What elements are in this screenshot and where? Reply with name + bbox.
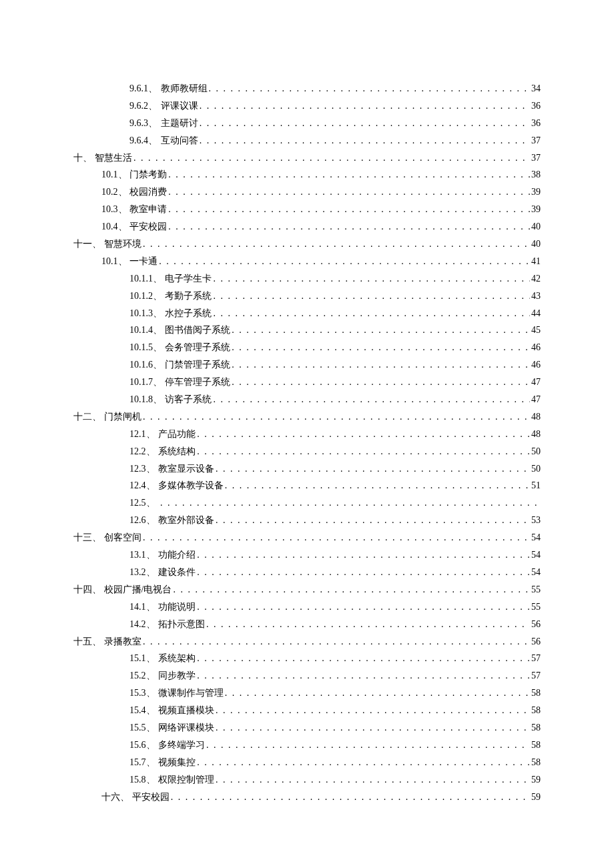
toc-entry-page: 47 (531, 374, 541, 391)
toc-entry: 12.1、产品功能48 (73, 426, 541, 443)
toc-entry-title: 智慧环境 (104, 236, 141, 253)
toc-entry-page: 37 (531, 149, 541, 167)
toc-leader (206, 616, 530, 633)
toc-entry: 10.1.8、访客子系统47 (73, 391, 541, 408)
toc-entry: 15.3、微课制作与管理58 (73, 685, 541, 702)
toc-entry-number: 15.2、 (129, 667, 156, 685)
toc-leader (197, 546, 530, 564)
toc-entry-title: 图书借阅子系统 (165, 322, 230, 339)
toc-entry-number: 十五、 (73, 633, 101, 650)
toc-entry-title: 建设条件 (158, 564, 196, 581)
toc-entry-title: 录播教室 (104, 633, 141, 650)
toc-entry-page: 51 (531, 477, 541, 494)
toc-entry-page: 59 (531, 789, 541, 806)
toc-entry-title: 功能说明 (158, 598, 196, 616)
toc-entry-page: 43 (531, 288, 541, 305)
toc-leader (213, 305, 530, 322)
toc-entry-title: 网络评课模块 (158, 719, 214, 737)
toc-leader (197, 564, 530, 581)
toc-entry: 12.2、系统结构50 (73, 443, 541, 460)
toc-entry-number: 15.5、 (129, 719, 156, 737)
toc-entry-number: 9.6.1、 (129, 80, 158, 97)
toc-entry: 十六、平安校园59 (73, 789, 541, 806)
toc-entry-number: 12.5、 (129, 494, 156, 512)
toc-entry: 十、智慧生活37 (73, 149, 541, 167)
toc-leader (143, 236, 530, 253)
toc-leader (168, 218, 530, 236)
toc-entry-number: 10.4、 (101, 218, 127, 236)
toc-leader (197, 650, 530, 667)
toc-entry-page: 55 (531, 581, 541, 598)
toc-leader (213, 270, 530, 288)
toc-entry-title: 教室外部设备 (158, 512, 214, 529)
toc-leader (216, 702, 530, 719)
toc-leader (200, 132, 530, 149)
toc-entry: 十四、校园广播/电视台55 (73, 581, 541, 598)
toc-entry-title: 教室显示设备 (158, 460, 214, 478)
toc-entry-title: 校园广播/电视台 (104, 581, 172, 598)
toc-entry: 13.1、功能介绍54 (73, 546, 541, 564)
toc-entry: 10.4、平安校园40 (73, 218, 541, 236)
toc-leader (174, 581, 531, 598)
toc-entry-page: 53 (531, 512, 541, 529)
toc-entry-title: 平安校园 (129, 218, 167, 236)
toc-entry-page: 50 (531, 443, 541, 460)
toc-entry-title: 多终端学习 (158, 737, 205, 754)
toc-entry: 15.8、权限控制管理59 (73, 771, 541, 789)
toc-entry-number: 9.6.4、 (129, 132, 158, 149)
toc-entry: 12.6、教室外部设备53 (73, 512, 541, 529)
toc-entry-number: 15.7、 (129, 754, 156, 771)
toc-entry: 9.6.4、互动问答37 (73, 132, 541, 149)
toc-entry-number: 十六、 (101, 789, 129, 806)
toc-entry: 13.2、建设条件54 (73, 564, 541, 581)
toc-entry: 12.3、教室显示设备50 (73, 460, 541, 478)
toc-leader (133, 149, 530, 167)
toc-entry-page: 36 (531, 97, 541, 115)
toc-entry: 十一、智慧环境40 (73, 236, 541, 253)
toc-leader (171, 789, 530, 806)
toc-entry-number: 14.1、 (129, 598, 156, 616)
toc-entry: 14.1、功能说明55 (73, 598, 541, 616)
toc-entry-title: 门禁管理子系统 (165, 356, 230, 374)
toc-leader (200, 115, 530, 132)
toc-leader (159, 253, 530, 270)
toc-leader (232, 322, 530, 339)
toc-entry-title: 访客子系统 (165, 391, 212, 408)
toc-entry-page: 54 (531, 529, 541, 546)
toc-entry: 十三、创客空间54 (73, 529, 541, 546)
toc-leader (143, 529, 530, 546)
toc-leader (168, 201, 530, 218)
toc-leader (206, 737, 530, 754)
toc-entry: 10.1、一卡通41 (73, 253, 541, 270)
toc-entry-page: 54 (531, 546, 541, 564)
toc-entry: 10.1.4、图书借阅子系统45 (73, 322, 541, 339)
toc-entry-page: 59 (531, 771, 541, 789)
toc-page: 9.6.1、教师教研组349.6.2、评课议课369.6.3、主题研讨369.6… (0, 0, 614, 868)
toc-leader (232, 374, 530, 391)
toc-entry-title: 微课制作与管理 (158, 685, 224, 702)
toc-entry-number: 14.2、 (129, 616, 156, 633)
toc-entry-number: 12.6、 (129, 512, 156, 529)
toc-entry-page: 57 (531, 667, 541, 685)
toc-entry-number: 10.1、 (101, 253, 127, 270)
toc-entry: 12.4、多媒体教学设备51 (73, 477, 541, 494)
toc-leader (143, 408, 530, 426)
toc-leader (216, 719, 530, 737)
toc-entry: 10.1.5、会务管理子系统46 (73, 339, 541, 356)
toc-entry-title: 视频直播模块 (158, 702, 214, 719)
toc-entry-title: 拓扑示意图 (158, 616, 205, 633)
toc-leader (213, 288, 530, 305)
toc-entry: 10.2、校园消费39 (73, 183, 541, 201)
toc-entry-page: 56 (531, 633, 541, 650)
toc-entry-number: 15.4、 (129, 702, 156, 719)
toc-entry: 十二、门禁闸机48 (73, 408, 541, 426)
toc-entry-title: 教室申请 (129, 201, 167, 218)
toc-entry-number: 12.2、 (129, 443, 156, 460)
toc-entry: 10.1.2、考勤子系统43 (73, 288, 541, 305)
toc-leader (197, 667, 530, 685)
toc-entry-number: 10.1.7、 (129, 374, 162, 391)
toc-leader (168, 166, 530, 183)
toc-entry: 15.6、多终端学习58 (73, 737, 541, 754)
toc-entry: 10.1.1、电子学生卡42 (73, 270, 541, 288)
toc-entry-title: 门禁闸机 (104, 408, 141, 426)
